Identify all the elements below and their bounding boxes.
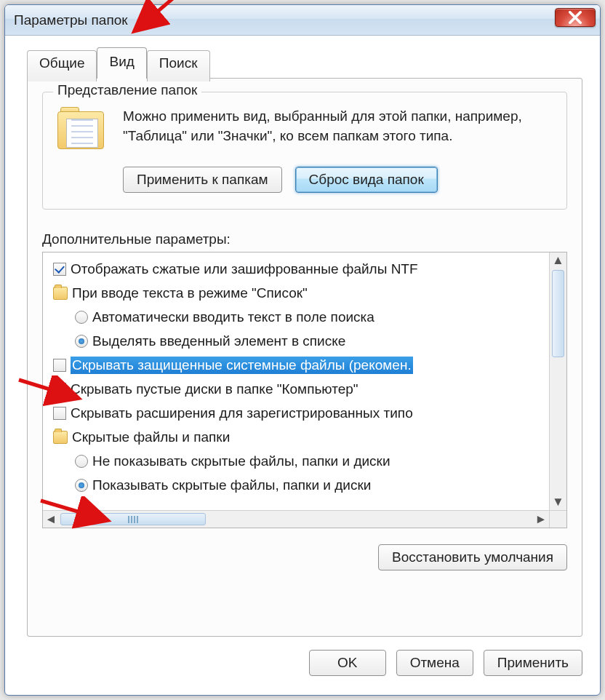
tree-row-8[interactable]: Не показывать скрытые файлы, папки и дис…: [50, 449, 549, 473]
apply-to-folders-button[interactable]: Применить к папкам: [123, 167, 282, 193]
advanced-settings-tree[interactable]: Отображать сжатые или зашифрованные файл…: [42, 252, 567, 528]
close-icon: [569, 11, 582, 24]
tab-general[interactable]: Общие: [27, 50, 97, 81]
tree-row-4[interactable]: Скрывать защищенные системные файлы (рек…: [50, 353, 549, 377]
reset-folders-button[interactable]: Сброс вида папок: [295, 167, 438, 193]
apply-button[interactable]: Применить: [484, 650, 582, 676]
tree-item-label: Скрывать расширения для зарегистрированн…: [71, 405, 413, 421]
scroll-up-arrow-icon[interactable]: ▲: [550, 252, 566, 269]
tree-item-label: Скрывать защищенные системные файлы (рек…: [71, 357, 413, 374]
checkbox-icon[interactable]: [53, 263, 66, 276]
folder-views-icon: [56, 107, 108, 156]
tree-item-label: Автоматически вводить текст в поле поиск…: [92, 309, 374, 325]
radio-icon[interactable]: [75, 479, 88, 492]
groupbox-title: Представление папок: [53, 82, 201, 98]
tree-item-label: Не показывать скрытые файлы, папки и дис…: [92, 453, 390, 469]
client-area: Общие Вид Поиск Представление папок Можн…: [12, 43, 593, 688]
svg-line-0: [137, 0, 175, 29]
svg-line-1: [19, 380, 76, 397]
folder-icon: [53, 431, 68, 444]
tree-item-label: Отображать сжатые или зашифрованные файл…: [71, 261, 418, 277]
tree-row-2[interactable]: Автоматически вводить текст в поле поиск…: [50, 305, 549, 329]
advanced-settings-label: Дополнительные параметры:: [42, 231, 567, 247]
tree-row-7[interactable]: Скрытые файлы и папки: [50, 425, 549, 449]
vertical-scrollbar[interactable]: ▲ ▼: [549, 252, 566, 510]
svg-line-2: [41, 501, 105, 520]
radio-icon[interactable]: [75, 455, 88, 468]
tree-item-label: Скрытые файлы и папки: [72, 429, 230, 445]
groupbox-description: Можно применить вид, выбранный для этой …: [123, 107, 553, 146]
folder-icon: [53, 287, 68, 300]
scroll-corner: [549, 510, 566, 528]
titlebar: Параметры папок: [5, 5, 600, 36]
tree-row-3[interactable]: Выделять введенный элемент в списке: [50, 329, 549, 353]
folder-views-groupbox: Представление папок Можно применить вид,…: [42, 92, 567, 210]
tab-strip: Общие Вид Поиск: [27, 50, 210, 81]
restore-defaults-button[interactable]: Восстановить умолчания: [378, 544, 567, 570]
tree-item-label: Скрывать пустые диски в папке "Компьютер…: [71, 381, 358, 397]
tree-item-label: Выделять введенный элемент в списке: [92, 333, 345, 349]
tree-row-1[interactable]: При вводе текста в режиме "Список": [50, 281, 549, 305]
tab-panel-view: Представление папок Можно применить вид,…: [27, 78, 582, 637]
vscroll-thumb[interactable]: [552, 270, 564, 357]
tab-view[interactable]: Вид: [97, 47, 146, 79]
scroll-down-arrow-icon[interactable]: ▼: [550, 494, 566, 510]
tree-row-9[interactable]: Показывать скрытые файлы, папки и диски: [50, 473, 549, 497]
cancel-button[interactable]: Отмена: [396, 650, 473, 676]
tree-item-label: При вводе текста в режиме "Список": [72, 285, 308, 301]
ok-button[interactable]: OK: [309, 650, 386, 676]
dialog-buttons: OK Отмена Применить: [309, 650, 582, 676]
tree-row-5[interactable]: Скрывать пустые диски в папке "Компьютер…: [50, 377, 549, 401]
radio-icon[interactable]: [75, 311, 88, 324]
tab-search[interactable]: Поиск: [147, 50, 210, 81]
radio-icon[interactable]: [75, 335, 88, 348]
window-title: Параметры папок: [14, 12, 128, 28]
checkbox-icon[interactable]: [53, 359, 66, 372]
scroll-right-arrow-icon[interactable]: ►: [533, 511, 549, 528]
tree-item-label: Показывать скрытые файлы, папки и диски: [92, 477, 371, 493]
close-button[interactable]: [555, 8, 596, 27]
tree-row-6[interactable]: Скрывать расширения для зарегистрированн…: [50, 401, 549, 425]
folder-options-window: Параметры папок Общие Вид Поиск Представ…: [4, 4, 601, 696]
tree-row-0[interactable]: Отображать сжатые или зашифрованные файл…: [50, 257, 549, 281]
horizontal-scrollbar[interactable]: ◄ ►: [43, 510, 549, 528]
